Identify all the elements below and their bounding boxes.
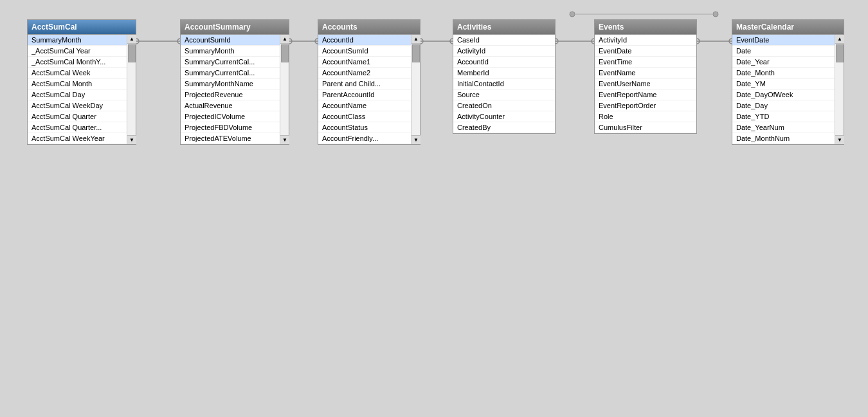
- table-row[interactable]: SummaryMonthName: [181, 79, 289, 89]
- scrollbar-down-button[interactable]: ▼: [411, 135, 420, 144]
- table-row[interactable]: CreatedBy: [453, 122, 555, 133]
- table-row[interactable]: Date_YearNum: [732, 122, 844, 133]
- table-row[interactable]: EventDate: [732, 35, 844, 46]
- scrollbar[interactable]: ▲▼: [411, 35, 420, 144]
- table-row[interactable]: AccountStatus: [318, 122, 420, 133]
- table-header-activities[interactable]: Activities: [453, 20, 555, 34]
- table-row[interactable]: ProjectedFBDVolume: [181, 122, 289, 133]
- table-row[interactable]: _AcctSumCal MonthY...: [28, 57, 136, 68]
- table-row[interactable]: AccountClass: [318, 111, 420, 122]
- table-row[interactable]: AccountSumId: [181, 35, 289, 46]
- field-name: EventDate: [736, 36, 769, 44]
- table-row[interactable]: AccountFriendly...: [318, 133, 420, 144]
- table-row[interactable]: Parent and Child...: [318, 79, 420, 89]
- table-row[interactable]: SummaryCurrentCal...: [181, 57, 289, 68]
- table-row[interactable]: ActivityCounter: [453, 111, 555, 122]
- table-row[interactable]: CaseId: [453, 35, 555, 46]
- table-row[interactable]: EventName: [595, 68, 696, 79]
- field-name: AccountId: [322, 36, 354, 44]
- table-row[interactable]: AccountName2: [318, 68, 420, 79]
- table-row[interactable]: AcctSumCal Month: [28, 79, 136, 89]
- table-body-activities: CaseIdActivityIdAccountIdMemberIdInitial…: [453, 34, 555, 133]
- table-row[interactable]: ProjectedRevenue: [181, 89, 289, 100]
- field-name: Role: [599, 113, 613, 120]
- table-row[interactable]: _AcctSumCal Year: [28, 46, 136, 57]
- table-row[interactable]: Date_MonthNum: [732, 133, 844, 144]
- scrollbar[interactable]: ▲▼: [835, 35, 844, 144]
- table-row[interactable]: ActivityId: [595, 35, 696, 46]
- table-header-acctSumCal[interactable]: AcctSumCal: [28, 20, 136, 34]
- table-title-accountSummary: AccountSummary: [185, 23, 251, 32]
- scrollbar-down-button[interactable]: ▼: [280, 135, 289, 144]
- field-name: Date_Year: [736, 58, 770, 66]
- scrollbar-up-button[interactable]: ▲: [411, 35, 420, 44]
- table-row[interactable]: Date_Day: [732, 100, 844, 111]
- scrollbar-thumb[interactable]: [412, 44, 420, 62]
- scrollbar-up-button[interactable]: ▲: [127, 35, 136, 44]
- table-row[interactable]: SummaryMonth: [181, 46, 289, 57]
- table-row[interactable]: AccountId: [453, 57, 555, 68]
- table-row[interactable]: AcctSumCal WeekDay: [28, 100, 136, 111]
- table-row[interactable]: EventReportName: [595, 89, 696, 100]
- table-row[interactable]: CumulusFilter: [595, 122, 696, 133]
- table-row[interactable]: Date_YM: [732, 79, 844, 89]
- table-header-events[interactable]: Events: [595, 20, 696, 34]
- table-row[interactable]: ParentAccountId: [318, 89, 420, 100]
- table-row[interactable]: AcctSumCal WeekYear: [28, 133, 136, 144]
- field-name: AccountFriendly...: [322, 134, 378, 142]
- table-row[interactable]: CreatedOn: [453, 100, 555, 111]
- table-events[interactable]: EventsActivityIdEventDateEventTimeEventN…: [594, 19, 697, 134]
- table-row[interactable]: Date_YTD: [732, 111, 844, 122]
- scrollbar-down-button[interactable]: ▼: [835, 135, 844, 144]
- table-row[interactable]: SummaryCurrentCal...: [181, 68, 289, 79]
- table-row[interactable]: Date_Year: [732, 57, 844, 68]
- scrollbar-up-button[interactable]: ▲: [835, 35, 844, 44]
- scrollbar-up-button[interactable]: ▲: [280, 35, 289, 44]
- table-row[interactable]: AcctSumCal Quarter: [28, 111, 136, 122]
- scrollbar-thumb[interactable]: [836, 44, 844, 62]
- table-row[interactable]: Date_Month: [732, 68, 844, 79]
- table-row[interactable]: AccountId: [318, 35, 420, 46]
- table-header-masterCalendar[interactable]: MasterCalendar: [732, 20, 844, 34]
- table-row[interactable]: AccountSumId: [318, 46, 420, 57]
- table-row[interactable]: AcctSumCal Day: [28, 89, 136, 100]
- scrollbar[interactable]: ▲▼: [127, 35, 136, 144]
- table-row[interactable]: EventUserName: [595, 79, 696, 89]
- table-row[interactable]: Date: [732, 46, 844, 57]
- table-row[interactable]: ActivityId: [453, 46, 555, 57]
- table-title-activities: Activities: [457, 23, 491, 32]
- scrollbar-thumb[interactable]: [281, 44, 289, 62]
- table-row[interactable]: ProjectedICVolume: [181, 111, 289, 122]
- table-row[interactable]: Source: [453, 89, 555, 100]
- table-row[interactable]: ActualRevenue: [181, 100, 289, 111]
- field-name: AccountId: [457, 58, 489, 66]
- table-acctSumCal[interactable]: AcctSumCalSummaryMonth_AcctSumCal Year_A…: [27, 19, 136, 145]
- table-row[interactable]: SummaryMonth: [28, 35, 136, 46]
- table-accountSummary[interactable]: AccountSummaryAccountSumIdSummaryMonthSu…: [180, 19, 289, 145]
- field-name: AccountSumId: [322, 47, 368, 55]
- scrollbar[interactable]: ▲▼: [280, 35, 289, 144]
- table-row[interactable]: Date_DayOfWeek: [732, 89, 844, 100]
- table-row[interactable]: EventReportOrder: [595, 100, 696, 111]
- table-activities[interactable]: ActivitiesCaseIdActivityIdAccountIdMembe…: [453, 19, 556, 134]
- scrollbar-down-button[interactable]: ▼: [127, 135, 136, 144]
- field-name: Date_YM: [736, 80, 766, 88]
- table-header-accounts[interactable]: Accounts: [318, 20, 420, 34]
- table-row[interactable]: AcctSumCal Quarter...: [28, 122, 136, 133]
- table-row[interactable]: ProjectedATEVolume: [181, 133, 289, 144]
- table-row[interactable]: AccountName1: [318, 57, 420, 68]
- table-masterCalendar[interactable]: MasterCalendarEventDateDateDate_YearDate…: [732, 19, 844, 145]
- table-row[interactable]: EventTime: [595, 57, 696, 68]
- table-accounts[interactable]: AccountsAccountIdAccountSumIdAccountName…: [318, 19, 420, 145]
- table-row[interactable]: InitialContactId: [453, 79, 555, 89]
- table-row[interactable]: MemberId: [453, 68, 555, 79]
- table-row[interactable]: AccountName: [318, 100, 420, 111]
- field-name: EventDate: [599, 47, 631, 55]
- field-name: AccountName: [322, 102, 366, 109]
- table-row[interactable]: AcctSumCal Week: [28, 68, 136, 79]
- table-row[interactable]: EventDate: [595, 46, 696, 57]
- scrollbar-thumb[interactable]: [128, 44, 136, 62]
- table-header-accountSummary[interactable]: AccountSummary: [181, 20, 289, 34]
- table-row[interactable]: Role: [595, 111, 696, 122]
- field-name: AccountName2: [322, 69, 370, 77]
